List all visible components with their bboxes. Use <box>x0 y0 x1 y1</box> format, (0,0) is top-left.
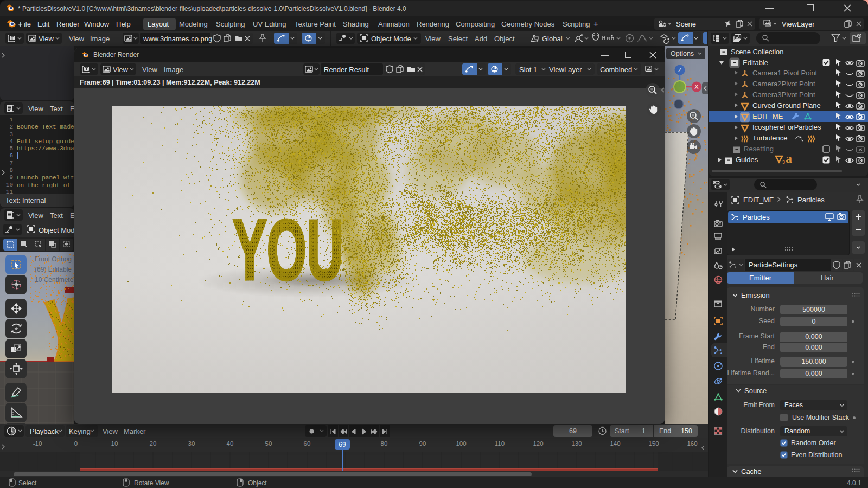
svg-text:Z: Z <box>678 67 682 73</box>
svg-text:3: 3 <box>782 159 785 165</box>
svg-text:X: X <box>694 84 699 90</box>
